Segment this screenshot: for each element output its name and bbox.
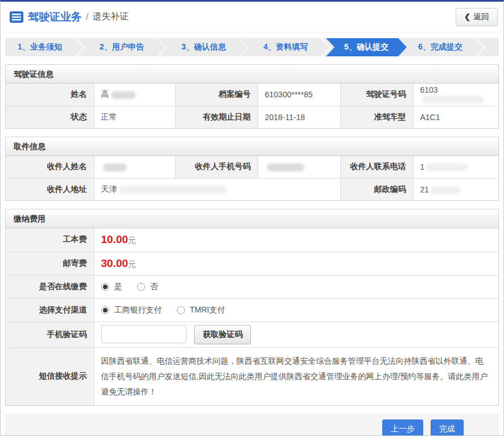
recipient-name-label: 收件人姓名	[6, 156, 94, 178]
table-row: 收件人地址 天津 邮政编码 21	[6, 178, 498, 200]
online-pay-value: 是 否	[94, 275, 498, 298]
vehicle-class-value: A1C1	[413, 106, 498, 128]
pay-channel-value: 工商银行支付 TMRI支付	[94, 298, 498, 322]
table-row: 邮寄费 30.00元	[6, 252, 498, 275]
redaction-blur	[422, 96, 484, 104]
license-no-label: 驾驶证号码	[340, 84, 413, 106]
work-fee-label: 工本费	[6, 228, 94, 252]
step-4-fill-data[interactable]: 4、资料填写	[251, 38, 320, 56]
pay-channel-label: 选择支付渠道	[6, 298, 94, 322]
radio-selected-icon[interactable]	[101, 306, 109, 314]
step-3-confirm-info[interactable]: 3、确认信息	[169, 38, 238, 56]
recipient-phone-value: 1	[413, 156, 498, 178]
recipient-name-value	[94, 156, 175, 178]
valid-until-label: 有效期止日期	[175, 106, 258, 128]
license-info-table: 姓名 高 档案编号 610300****85 驾驶证号码 6103 状态 正常 …	[6, 84, 498, 128]
pickup-info-title: 取件信息	[6, 137, 498, 156]
pay-channel-icbc-option[interactable]: 工商银行支付	[101, 305, 162, 315]
online-pay-yes-option[interactable]: 是	[101, 282, 122, 292]
page-header: 驾驶证业务 / 遗失补证 ❮ 返回	[1, 2, 503, 32]
step-separator	[75, 38, 87, 56]
zip-code-value: 21	[413, 178, 498, 200]
step-separator	[475, 38, 488, 56]
table-row: 手机验证码 获取验证码	[6, 322, 498, 347]
step-bar-filler	[488, 38, 499, 56]
table-row: 工本费 10.00元	[6, 228, 498, 252]
status-label: 状态	[6, 106, 94, 128]
sms-code-input[interactable]	[101, 325, 187, 343]
recipient-address-value: 天津	[94, 178, 340, 200]
step-separator	[156, 38, 169, 56]
radio-unselected-icon[interactable]	[137, 283, 145, 291]
sms-code-label: 手机验证码	[6, 322, 94, 347]
redaction-blur	[267, 163, 304, 171]
breadcrumb-divider: /	[86, 12, 88, 22]
file-no-label: 档案编号	[175, 84, 258, 106]
chevron-left-icon: ❮	[464, 13, 470, 21]
footer-action-bar: 上一步 完成	[5, 414, 499, 436]
post-fee-label: 邮寄费	[6, 252, 94, 275]
sms-notice-label: 短信接收提示	[6, 347, 94, 405]
main-content: 1、业务须知 2、用户申告 3、确认信息 4、资料填写 5、确认提交 6、完成提…	[1, 32, 503, 436]
vehicle-class-label: 准驾车型	[340, 106, 413, 128]
valid-until-value: 2018-11-18	[258, 106, 340, 128]
fees-section: 缴纳费用 工本费 10.00元 邮寄费 30.00元 是否在线缴费 是 否	[5, 209, 499, 406]
recipient-mobile-value	[258, 156, 340, 178]
recipient-mobile-label: 收件人手机号码	[175, 156, 258, 178]
post-fee-value: 30.00元	[94, 252, 498, 275]
fees-title: 缴纳费用	[6, 209, 498, 228]
recipient-phone-label: 收件人联系电话	[340, 156, 413, 178]
work-fee-value: 10.00元	[94, 228, 498, 252]
pickup-info-section: 取件信息 收件人姓名 收件人手机号码 收件人联系电话 1 收件人地址 天津 邮政…	[5, 137, 499, 201]
step-wizard: 1、业务须知 2、用户申告 3、确认信息 4、资料填写 5、确认提交 6、完成提…	[5, 38, 499, 56]
step-1-business-notice[interactable]: 1、业务须知	[5, 38, 75, 56]
online-pay-no-option[interactable]: 否	[137, 282, 158, 292]
sms-notice-text: 因陕西省联通、电信运营商技术问题，陕西省互联网交通安全综合服务管理平台无法向持陕…	[94, 347, 498, 405]
license-info-section: 驾驶证信息 姓名 高 档案编号 610300****85 驾驶证号码 6103 …	[5, 64, 499, 129]
status-value: 正常	[94, 106, 175, 128]
work-fee-unit: 元	[128, 236, 136, 245]
step-2-user-declaration[interactable]: 2、用户申告	[87, 38, 156, 56]
fees-table: 工本费 10.00元 邮寄费 30.00元 是否在线缴费 是 否 选择支付渠道	[6, 228, 498, 405]
radio-unselected-icon[interactable]	[177, 306, 185, 314]
redaction-blur	[431, 186, 460, 194]
redaction-blur	[103, 163, 127, 171]
radio-selected-icon[interactable]	[101, 283, 109, 291]
work-fee-amount: 10.00	[101, 233, 129, 245]
recipient-address-label: 收件人地址	[6, 178, 94, 200]
table-row: 短信接收提示 因陕西省联通、电信运营商技术问题，陕西省互联网交通安全综合服务管理…	[6, 347, 498, 405]
page-title: 驾驶证业务	[28, 10, 82, 24]
redaction-blur	[426, 163, 468, 171]
pickup-info-table: 收件人姓名 收件人手机号码 收件人联系电话 1 收件人地址 天津 邮政编码 21	[6, 156, 498, 200]
table-row: 选择支付渠道 工商银行支付 TMRI支付	[6, 298, 498, 322]
table-row: 收件人姓名 收件人手机号码 收件人联系电话 1	[6, 156, 498, 178]
table-row: 是否在线缴费 是 否	[6, 275, 498, 298]
redaction-blur	[119, 186, 227, 194]
sms-code-cell: 获取验证码	[94, 322, 498, 347]
license-info-title: 驾驶证信息	[6, 65, 498, 84]
name-value: 高	[94, 84, 175, 106]
step-separator	[238, 38, 251, 56]
file-no-value: 610300****85	[258, 84, 340, 106]
license-list-icon	[10, 11, 23, 23]
table-row: 状态 正常 有效期止日期 2018-11-18 准驾车型 A1C1	[6, 106, 498, 128]
table-row: 姓名 高 档案编号 610300****85 驾驶证号码 6103	[6, 84, 498, 106]
pay-channel-tmri-option[interactable]: TMRI支付	[177, 305, 225, 315]
back-button-label: 返回	[473, 12, 489, 22]
name-label: 姓名	[6, 84, 94, 106]
previous-step-button[interactable]: 上一步	[382, 419, 423, 436]
post-fee-amount: 30.00	[101, 257, 129, 269]
post-fee-unit: 元	[128, 260, 136, 269]
online-pay-label: 是否在线缴费	[6, 275, 94, 298]
finish-button[interactable]: 完成	[431, 419, 464, 436]
back-button[interactable]: ❮ 返回	[456, 8, 498, 26]
zip-code-label: 邮政编码	[340, 178, 413, 200]
step-5-confirm-submit-active[interactable]: 5、确认提交	[326, 38, 407, 56]
step-6-finish-submit[interactable]: 6、完成提交	[406, 38, 475, 56]
license-no-value: 6103	[413, 84, 498, 106]
breadcrumb-current: 遗失补证	[92, 11, 129, 23]
get-sms-code-button[interactable]: 获取验证码	[194, 325, 251, 344]
redaction-blur	[111, 91, 136, 99]
